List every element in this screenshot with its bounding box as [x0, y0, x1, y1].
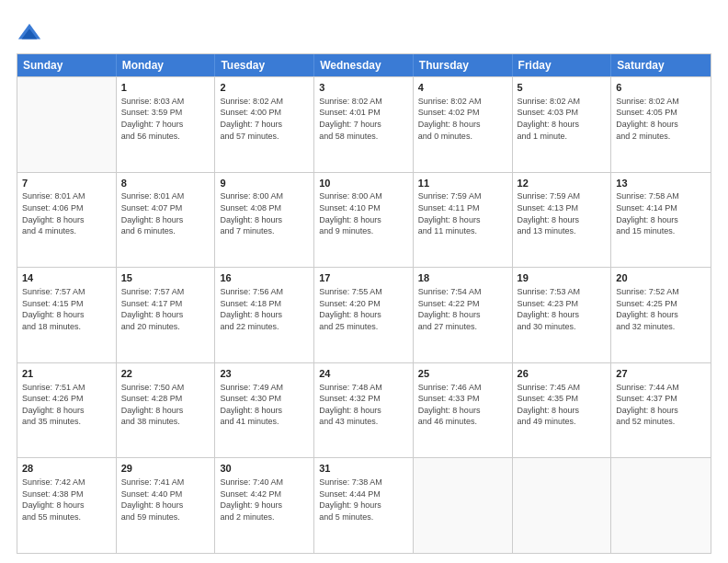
day-number: 3 — [319, 81, 408, 95]
calendar-header-cell: Monday — [117, 54, 216, 76]
calendar-row: 28Sunrise: 7:42 AM Sunset: 4:38 PM Dayli… — [17, 457, 711, 553]
calendar-cell: 25Sunrise: 7:46 AM Sunset: 4:33 PM Dayli… — [414, 363, 513, 458]
day-info: Sunrise: 7:55 AM Sunset: 4:20 PM Dayligh… — [319, 286, 408, 332]
calendar-header-cell: Thursday — [414, 54, 513, 76]
day-info: Sunrise: 7:56 AM Sunset: 4:18 PM Dayligh… — [220, 286, 309, 332]
calendar-cell: 3Sunrise: 8:02 AM Sunset: 4:01 PM Daylig… — [314, 77, 414, 172]
day-info: Sunrise: 8:02 AM Sunset: 4:02 PM Dayligh… — [418, 96, 507, 142]
day-info: Sunrise: 7:44 AM Sunset: 4:37 PM Dayligh… — [616, 382, 706, 428]
day-info: Sunrise: 8:01 AM Sunset: 4:07 PM Dayligh… — [121, 190, 210, 236]
calendar-header-cell: Saturday — [611, 54, 711, 76]
day-info: Sunrise: 8:02 AM Sunset: 4:00 PM Dayligh… — [220, 96, 309, 142]
calendar-cell: 22Sunrise: 7:50 AM Sunset: 4:28 PM Dayli… — [117, 363, 216, 458]
calendar-cell — [611, 458, 711, 553]
day-info: Sunrise: 7:57 AM Sunset: 4:17 PM Dayligh… — [121, 286, 210, 332]
calendar-cell: 30Sunrise: 7:40 AM Sunset: 4:42 PM Dayli… — [215, 458, 314, 553]
calendar-cell: 8Sunrise: 8:01 AM Sunset: 4:07 PM Daylig… — [117, 173, 216, 268]
calendar-cell: 27Sunrise: 7:44 AM Sunset: 4:37 PM Dayli… — [611, 363, 711, 458]
calendar-cell: 4Sunrise: 8:02 AM Sunset: 4:02 PM Daylig… — [414, 77, 513, 172]
calendar-cell: 15Sunrise: 7:57 AM Sunset: 4:17 PM Dayli… — [117, 268, 216, 362]
day-number: 6 — [616, 81, 706, 95]
day-info: Sunrise: 8:02 AM Sunset: 4:03 PM Dayligh… — [518, 96, 607, 142]
day-number: 4 — [418, 81, 507, 95]
day-number: 1 — [121, 81, 210, 95]
day-number: 16 — [220, 271, 309, 285]
day-number: 25 — [418, 367, 507, 381]
day-info: Sunrise: 7:45 AM Sunset: 4:35 PM Dayligh… — [518, 382, 607, 428]
day-info: Sunrise: 8:00 AM Sunset: 4:08 PM Dayligh… — [220, 190, 309, 236]
calendar-header-cell: Wednesday — [314, 54, 414, 76]
calendar-cell: 16Sunrise: 7:56 AM Sunset: 4:18 PM Dayli… — [215, 268, 314, 362]
day-number: 13 — [616, 177, 706, 190]
day-info: Sunrise: 7:51 AM Sunset: 4:26 PM Dayligh… — [22, 382, 111, 428]
day-number: 24 — [319, 367, 408, 381]
calendar-cell: 5Sunrise: 8:02 AM Sunset: 4:03 PM Daylig… — [513, 77, 612, 172]
day-number: 23 — [220, 367, 309, 381]
calendar-cell: 10Sunrise: 8:00 AM Sunset: 4:10 PM Dayli… — [314, 173, 414, 268]
day-number: 21 — [22, 367, 111, 381]
day-number: 12 — [518, 177, 607, 190]
day-number: 27 — [616, 367, 706, 381]
calendar-row: 7Sunrise: 8:01 AM Sunset: 4:06 PM Daylig… — [17, 172, 711, 268]
day-number: 26 — [518, 367, 607, 381]
calendar-cell: 18Sunrise: 7:54 AM Sunset: 4:22 PM Dayli… — [414, 268, 513, 362]
day-info: Sunrise: 7:42 AM Sunset: 4:38 PM Dayligh… — [22, 477, 111, 523]
day-info: Sunrise: 7:58 AM Sunset: 4:14 PM Dayligh… — [616, 190, 706, 236]
day-number: 15 — [121, 271, 210, 285]
day-info: Sunrise: 7:49 AM Sunset: 4:30 PM Dayligh… — [220, 382, 309, 428]
day-number: 7 — [22, 177, 111, 190]
day-number: 9 — [220, 177, 309, 190]
day-number: 17 — [319, 271, 408, 285]
calendar-header-cell: Tuesday — [215, 54, 314, 76]
calendar-cell: 17Sunrise: 7:55 AM Sunset: 4:20 PM Dayli… — [314, 268, 414, 362]
calendar: SundayMondayTuesdayWednesdayThursdayFrid… — [17, 53, 711, 554]
day-info: Sunrise: 8:02 AM Sunset: 4:01 PM Dayligh… — [319, 96, 408, 142]
calendar-cell: 7Sunrise: 8:01 AM Sunset: 4:06 PM Daylig… — [17, 173, 117, 268]
calendar-header-cell: Friday — [513, 54, 612, 76]
day-number: 20 — [616, 271, 706, 285]
calendar-cell: 6Sunrise: 8:02 AM Sunset: 4:05 PM Daylig… — [611, 77, 711, 172]
calendar-cell: 12Sunrise: 7:59 AM Sunset: 4:13 PM Dayli… — [513, 173, 612, 268]
day-number: 11 — [418, 177, 507, 190]
calendar-cell: 11Sunrise: 7:59 AM Sunset: 4:11 PM Dayli… — [414, 173, 513, 268]
day-number: 19 — [518, 271, 607, 285]
calendar-cell: 20Sunrise: 7:52 AM Sunset: 4:25 PM Dayli… — [611, 268, 711, 362]
day-info: Sunrise: 7:59 AM Sunset: 4:11 PM Dayligh… — [418, 190, 507, 236]
calendar-cell: 9Sunrise: 8:00 AM Sunset: 4:08 PM Daylig… — [215, 173, 314, 268]
day-number: 18 — [418, 271, 507, 285]
logo-icon — [17, 20, 42, 46]
day-info: Sunrise: 7:54 AM Sunset: 4:22 PM Dayligh… — [418, 286, 507, 332]
day-number: 28 — [22, 462, 111, 476]
calendar-cell: 19Sunrise: 7:53 AM Sunset: 4:23 PM Dayli… — [513, 268, 612, 362]
calendar-cell: 26Sunrise: 7:45 AM Sunset: 4:35 PM Dayli… — [513, 363, 612, 458]
day-info: Sunrise: 8:00 AM Sunset: 4:10 PM Dayligh… — [319, 190, 408, 236]
day-info: Sunrise: 7:59 AM Sunset: 4:13 PM Dayligh… — [518, 190, 607, 236]
page: SundayMondayTuesdayWednesdayThursdayFrid… — [0, 0, 728, 563]
calendar-row: 1Sunrise: 8:03 AM Sunset: 3:59 PM Daylig… — [17, 76, 711, 172]
day-info: Sunrise: 7:52 AM Sunset: 4:25 PM Dayligh… — [616, 286, 706, 332]
calendar-cell — [414, 458, 513, 553]
day-info: Sunrise: 8:01 AM Sunset: 4:06 PM Dayligh… — [22, 190, 111, 236]
day-info: Sunrise: 8:03 AM Sunset: 3:59 PM Dayligh… — [121, 96, 210, 142]
calendar-cell: 14Sunrise: 7:57 AM Sunset: 4:15 PM Dayli… — [17, 268, 117, 362]
day-info: Sunrise: 8:02 AM Sunset: 4:05 PM Dayligh… — [616, 96, 706, 142]
calendar-header-cell: Sunday — [17, 54, 117, 76]
day-info: Sunrise: 7:53 AM Sunset: 4:23 PM Dayligh… — [518, 286, 607, 332]
day-number: 31 — [319, 462, 408, 476]
day-number: 29 — [121, 462, 210, 476]
calendar-cell: 1Sunrise: 8:03 AM Sunset: 3:59 PM Daylig… — [117, 77, 216, 172]
calendar-header-row: SundayMondayTuesdayWednesdayThursdayFrid… — [17, 54, 711, 76]
calendar-row: 14Sunrise: 7:57 AM Sunset: 4:15 PM Dayli… — [17, 267, 711, 362]
day-number: 22 — [121, 367, 210, 381]
day-number: 10 — [319, 177, 408, 190]
day-number: 30 — [220, 462, 309, 476]
calendar-cell: 13Sunrise: 7:58 AM Sunset: 4:14 PM Dayli… — [611, 173, 711, 268]
calendar-cell: 29Sunrise: 7:41 AM Sunset: 4:40 PM Dayli… — [117, 458, 216, 553]
day-info: Sunrise: 7:40 AM Sunset: 4:42 PM Dayligh… — [220, 477, 309, 523]
calendar-cell: 31Sunrise: 7:38 AM Sunset: 4:44 PM Dayli… — [314, 458, 414, 553]
calendar-cell: 2Sunrise: 8:02 AM Sunset: 4:00 PM Daylig… — [215, 77, 314, 172]
calendar-cell — [17, 77, 117, 172]
calendar-cell — [513, 458, 612, 553]
day-info: Sunrise: 7:38 AM Sunset: 4:44 PM Dayligh… — [319, 477, 408, 523]
day-info: Sunrise: 7:50 AM Sunset: 4:28 PM Dayligh… — [121, 382, 210, 428]
